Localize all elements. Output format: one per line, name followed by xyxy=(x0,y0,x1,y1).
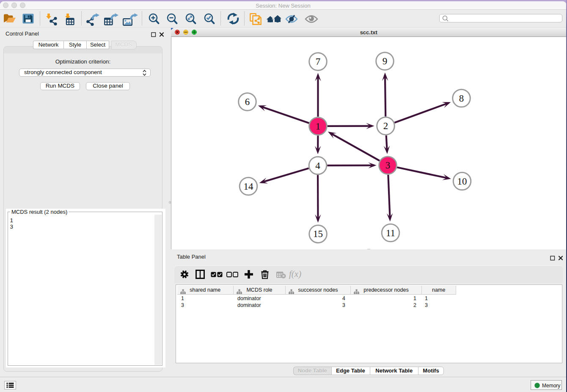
svg-text:14: 14 xyxy=(244,181,254,192)
svg-text:2: 2 xyxy=(383,121,388,131)
svg-text:7: 7 xyxy=(316,56,321,67)
svg-text:4: 4 xyxy=(315,160,320,171)
svg-text:11: 11 xyxy=(386,228,395,238)
svg-text:3: 3 xyxy=(385,160,391,171)
svg-text:15: 15 xyxy=(313,229,323,239)
svg-text:8: 8 xyxy=(459,93,464,104)
svg-text:6: 6 xyxy=(245,97,250,107)
svg-text:10: 10 xyxy=(457,176,467,187)
svg-text:9: 9 xyxy=(383,56,388,66)
svg-text:1: 1 xyxy=(316,121,321,132)
